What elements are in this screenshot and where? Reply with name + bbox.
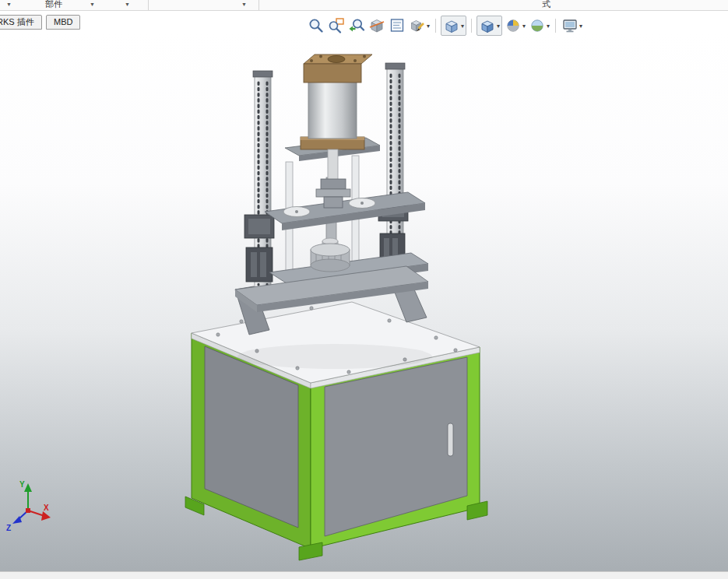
tab-rks-plugins[interactable]: RKS 插件 <box>0 15 42 30</box>
dropdown-caret[interactable]: ▾ <box>522 23 526 30</box>
view-settings-monitor-icon <box>561 17 579 34</box>
zoom-to-area-button[interactable] <box>327 16 346 35</box>
graphics-viewport[interactable] <box>0 33 728 572</box>
tab-label: RKS 插件 <box>0 17 34 26</box>
annotation-3d-view-icon <box>389 17 406 34</box>
display-style-icon <box>479 17 496 34</box>
section-view-icon <box>368 17 385 34</box>
dynamic-annotation-icon <box>409 17 426 34</box>
toolbar-label-right: 式 <box>542 0 550 10</box>
dropdown-caret[interactable]: ▾ <box>426 23 431 30</box>
dropdown-caret[interactable]: ▾ <box>460 23 465 30</box>
zoom-to-fit-button[interactable] <box>307 16 325 35</box>
toolbar-label-left: 部件 <box>45 0 62 10</box>
toolbar-dropdown-caret[interactable]: ▼ <box>241 2 247 7</box>
edit-appearance-ball-icon <box>505 17 522 34</box>
apply-scene-button[interactable] <box>528 16 547 35</box>
toolbar-dropdown-caret[interactable]: ▼ <box>90 2 95 7</box>
toolbar-separator <box>435 19 436 33</box>
annotation-3d-view-button[interactable] <box>388 16 406 35</box>
status-bar <box>0 571 728 579</box>
toolbar-dropdown-caret[interactable]: ▼ <box>125 2 130 7</box>
display-style-button[interactable] <box>478 16 497 35</box>
view-orientation-button[interactable] <box>442 16 461 35</box>
tab-mbd[interactable]: MBD <box>46 15 80 30</box>
view-settings-button[interactable] <box>561 16 579 35</box>
tab-label: MBD <box>54 17 72 26</box>
previous-view-icon <box>348 17 365 34</box>
toolbar-dropdown-caret[interactable]: ▼ <box>6 2 12 7</box>
headsup-view-toolbar: ▾ ▾ ▾ ▾ <box>307 16 583 36</box>
dropdown-caret[interactable]: ▾ <box>496 23 501 30</box>
zoom-to-area-icon <box>328 17 345 34</box>
dropdown-caret[interactable]: ▾ <box>579 23 583 30</box>
edit-appearance-button[interactable] <box>504 16 522 35</box>
dropdown-caret[interactable]: ▾ <box>546 23 550 30</box>
section-view-button[interactable] <box>368 16 386 35</box>
view-orientation-cube-icon <box>443 17 460 34</box>
toolbar-separator <box>258 0 259 10</box>
toolbar-separator <box>471 19 472 33</box>
zoom-to-fit-icon <box>308 17 325 34</box>
dynamic-annotation-button[interactable] <box>408 16 427 35</box>
previous-view-button[interactable] <box>347 16 366 35</box>
apply-scene-icon <box>529 17 546 34</box>
toolbar-separator <box>148 0 149 10</box>
toolbar-row-partial: ▼ 部件 ▼ ▼ ▼ 式 <box>0 0 728 11</box>
toolbar-separator <box>555 19 556 33</box>
